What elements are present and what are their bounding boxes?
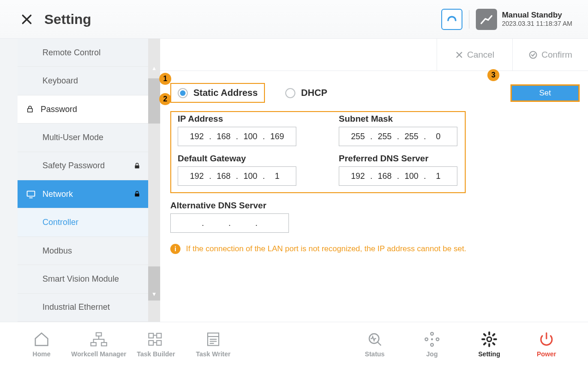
sidebar-item-keyboard[interactable]: Keyboard bbox=[18, 67, 148, 95]
ip-address-label: IP Address bbox=[178, 114, 297, 124]
svg-rect-13 bbox=[156, 340, 161, 345]
status-mode: Manual Standby bbox=[502, 10, 572, 20]
svg-rect-10 bbox=[149, 333, 153, 338]
servo-icon-button[interactable] bbox=[441, 9, 462, 30]
nav-setting[interactable]: Setting bbox=[461, 331, 518, 358]
svg-rect-8 bbox=[91, 342, 96, 346]
preferred-dns-label: Preferred DNS Server bbox=[339, 153, 458, 164]
nav-task-builder[interactable]: Task Builder bbox=[127, 331, 185, 358]
power-icon bbox=[538, 331, 555, 348]
svg-point-28 bbox=[487, 337, 492, 342]
status-time: 2023.03.31 11:18:37 AM bbox=[502, 20, 572, 28]
confirm-button[interactable]: Confirm bbox=[512, 39, 588, 71]
robot-icon-button[interactable] bbox=[476, 9, 497, 30]
scroll-up-icon[interactable]: ▲ bbox=[148, 62, 160, 75]
home-icon bbox=[33, 331, 50, 348]
nav-status[interactable]: Status bbox=[346, 331, 403, 358]
sidebar-item-password[interactable]: Password bbox=[18, 95, 148, 124]
info-message: If the connection of the LAN port is not… bbox=[186, 244, 466, 254]
radio-static-address[interactable]: Static Address bbox=[170, 83, 265, 103]
nav-power[interactable]: Power bbox=[518, 331, 575, 358]
default-gateway-label: Default Gateway bbox=[178, 153, 297, 164]
set-button[interactable]: Set bbox=[510, 84, 580, 102]
gear-icon bbox=[481, 331, 498, 348]
svg-point-26 bbox=[431, 343, 433, 346]
callout-3: 3 bbox=[487, 69, 499, 81]
workcell-icon bbox=[90, 331, 108, 348]
nav-home[interactable]: Home bbox=[13, 331, 70, 358]
subnet-mask-label: Subnet Mask bbox=[339, 114, 458, 124]
nav-jog[interactable]: Jog bbox=[403, 331, 461, 358]
svg-point-24 bbox=[425, 338, 428, 341]
radio-icon bbox=[285, 88, 295, 98]
page-title: Setting bbox=[44, 12, 91, 27]
scrollbar[interactable]: ▲ ▼ bbox=[148, 39, 160, 322]
cancel-button[interactable]: Cancel bbox=[437, 39, 512, 71]
svg-point-27 bbox=[431, 338, 433, 340]
radio-dhcp[interactable]: DHCP bbox=[279, 84, 334, 102]
sidebar-item-smart-vision[interactable]: Smart Vision Module bbox=[18, 265, 148, 293]
callout-2: 2 bbox=[159, 93, 171, 105]
close-icon bbox=[455, 51, 463, 59]
svg-rect-9 bbox=[102, 342, 107, 346]
sidebar-item-remote-control[interactable]: Remote Control bbox=[18, 39, 148, 67]
subnet-mask-input[interactable]: 255. 255. 255. 0 bbox=[339, 127, 457, 146]
nav-task-writer[interactable]: Task Writer bbox=[185, 331, 242, 358]
svg-rect-2 bbox=[135, 165, 139, 168]
scroll-down-icon[interactable]: ▼ bbox=[148, 288, 160, 301]
preferred-dns-input[interactable]: 192. 168. 100. 1 bbox=[339, 166, 457, 186]
sidebar: Remote Control Keyboard Password Multi-U… bbox=[0, 39, 148, 322]
task-writer-icon bbox=[205, 331, 222, 348]
sidebar-item-safety-password[interactable]: Safety Password bbox=[18, 152, 148, 180]
info-icon: i bbox=[170, 244, 180, 254]
sidebar-item-industrial-ethernet[interactable]: Industrial Ethernet bbox=[18, 294, 148, 322]
monitor-icon bbox=[26, 189, 36, 199]
nav-workcell-manager[interactable]: Workcell Manager bbox=[70, 331, 127, 358]
svg-rect-7 bbox=[96, 332, 101, 336]
default-gateway-input[interactable]: 192. 168. 100. 1 bbox=[178, 166, 296, 186]
alternative-dns-label: Alternative DNS Server bbox=[170, 201, 309, 211]
svg-rect-1 bbox=[28, 109, 33, 112]
radio-icon bbox=[178, 88, 188, 98]
sidebar-item-multi-user[interactable]: Multi-User Mode bbox=[18, 124, 148, 152]
svg-rect-3 bbox=[27, 191, 35, 196]
svg-rect-12 bbox=[149, 340, 153, 345]
task-builder-icon bbox=[147, 331, 165, 348]
svg-point-0 bbox=[487, 19, 489, 21]
lock-icon bbox=[133, 162, 141, 170]
close-button[interactable] bbox=[19, 12, 34, 27]
jog-icon bbox=[424, 331, 440, 348]
check-circle-icon bbox=[528, 50, 538, 59]
svg-point-25 bbox=[436, 338, 439, 341]
svg-point-23 bbox=[431, 332, 433, 335]
alternative-dns-input[interactable]: . . . bbox=[170, 213, 289, 233]
lock-icon bbox=[26, 105, 34, 113]
svg-rect-11 bbox=[156, 333, 161, 338]
sidebar-item-controller[interactable]: Controller bbox=[18, 208, 148, 236]
sidebar-item-modbus[interactable]: Modbus bbox=[18, 237, 148, 265]
svg-line-22 bbox=[378, 342, 381, 346]
lock-icon bbox=[133, 190, 141, 198]
svg-rect-5 bbox=[135, 194, 139, 197]
callout-1: 1 bbox=[159, 73, 171, 85]
ip-address-input[interactable]: 192. 168. 100. 169 bbox=[178, 127, 296, 146]
status-icon bbox=[366, 331, 383, 348]
divider bbox=[469, 10, 469, 29]
sidebar-item-network[interactable]: Network bbox=[18, 180, 148, 208]
